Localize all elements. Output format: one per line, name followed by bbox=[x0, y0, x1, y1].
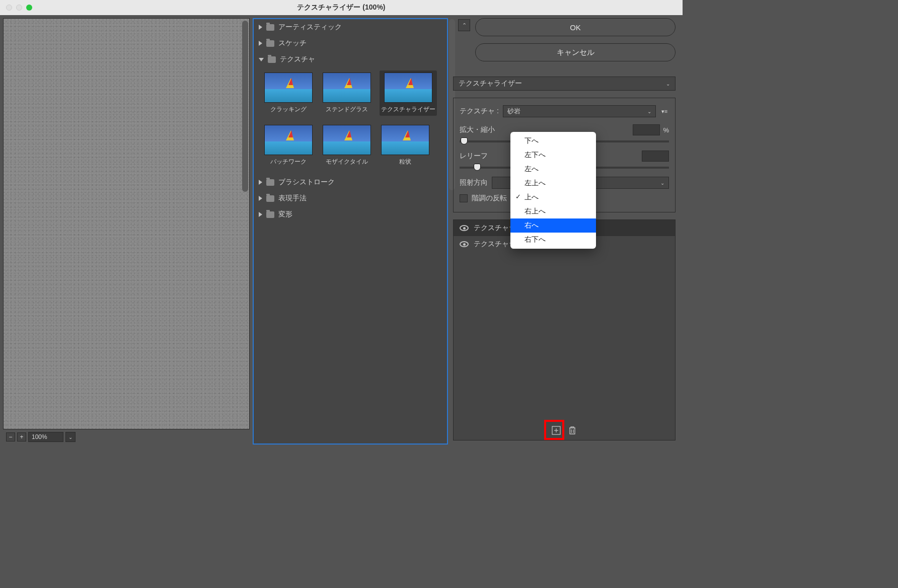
category-label: スケッチ bbox=[278, 39, 307, 48]
texture-label: テクスチャ : bbox=[460, 107, 499, 116]
relief-label: レリーフ bbox=[460, 152, 488, 161]
thumb-image bbox=[381, 125, 429, 155]
traffic-lights bbox=[6, 5, 32, 11]
new-effect-layer-button[interactable] bbox=[551, 425, 562, 436]
zoom-in-button[interactable]: + bbox=[17, 432, 26, 442]
slider-thumb[interactable] bbox=[474, 164, 481, 171]
preview-texture bbox=[4, 19, 249, 429]
effect-layers-panel: テクスチャライザー テクスチャライザー bbox=[453, 219, 676, 440]
slider-thumb[interactable] bbox=[461, 137, 468, 144]
folder-icon bbox=[266, 179, 274, 186]
filter-dropdown-label: テクスチャライザー bbox=[459, 79, 522, 88]
ok-button[interactable]: OK bbox=[475, 18, 676, 36]
plus-icon bbox=[552, 426, 561, 435]
top-buttons: ⌃ OK キャンセル bbox=[453, 18, 676, 61]
preview-area[interactable] bbox=[3, 18, 250, 429]
scale-input[interactable] bbox=[633, 124, 660, 135]
delete-effect-layer-button[interactable] bbox=[567, 425, 578, 436]
chevron-double-up-icon: ⌃ bbox=[462, 22, 467, 29]
menu-item-upper-right[interactable]: 右上へ bbox=[510, 204, 596, 218]
menu-item-down[interactable]: 下へ bbox=[510, 134, 596, 148]
maximize-window-button[interactable] bbox=[26, 5, 32, 11]
filter-gallery-window: テクスチャライザー (100%) − + 100% ⌄ アーティスティック bbox=[0, 0, 683, 448]
filter-browser-panel: アーティスティック スケッチ テクスチャ クラッキング ステンドグラス bbox=[253, 18, 448, 445]
menu-item-lower-right[interactable]: 右下へ bbox=[510, 233, 596, 247]
thumb-mosaic-tiles[interactable]: モザイクタイル bbox=[321, 123, 372, 168]
disclosure-closed-icon bbox=[259, 196, 262, 201]
menu-item-right[interactable]: 右へ bbox=[510, 218, 596, 233]
controls-panel: ⌃ OK キャンセル テクスチャライザー ⌄ テクスチャ : 砂岩 ⌄ bbox=[451, 18, 680, 445]
category-sketch[interactable]: スケッチ bbox=[254, 35, 447, 51]
menu-item-up[interactable]: 上へ bbox=[510, 190, 596, 204]
zoom-dropdown-button[interactable]: ⌄ bbox=[65, 432, 76, 442]
preview-panel: − + 100% ⌄ bbox=[3, 18, 250, 445]
folder-icon bbox=[266, 211, 274, 218]
thumb-image bbox=[323, 125, 371, 155]
trash-icon bbox=[568, 426, 576, 435]
visibility-icon[interactable] bbox=[460, 225, 469, 231]
category-distort[interactable]: 変形 bbox=[254, 206, 447, 223]
close-window-button[interactable] bbox=[6, 5, 12, 11]
scale-label: 拡大・縮小 bbox=[460, 125, 495, 134]
thumb-texturizer[interactable]: テクスチャライザー bbox=[380, 70, 437, 116]
content-area: − + 100% ⌄ アーティスティック スケッチ テクスチャ bbox=[0, 15, 683, 448]
collapse-browser-button[interactable]: ⌃ bbox=[458, 19, 470, 31]
thumb-patchwork[interactable]: パッチワーク bbox=[263, 123, 314, 168]
invert-checkbox[interactable] bbox=[460, 194, 468, 202]
zoom-out-button[interactable]: − bbox=[6, 432, 15, 442]
texture-flyout-button[interactable]: ▾≡ bbox=[660, 107, 669, 116]
thumb-grain[interactable]: 粒状 bbox=[380, 123, 431, 168]
cancel-button[interactable]: キャンセル bbox=[475, 43, 676, 61]
disclosure-closed-icon bbox=[259, 41, 262, 46]
thumb-label: パッチワーク bbox=[270, 158, 307, 166]
category-label: テクスチャ bbox=[280, 55, 315, 64]
menu-item-upper-left[interactable]: 左上へ bbox=[510, 176, 596, 190]
category-texture[interactable]: テクスチャ bbox=[254, 51, 447, 67]
category-brush-strokes[interactable]: ブラシストローク bbox=[254, 174, 447, 190]
invert-label: 階調の反転 bbox=[472, 194, 507, 203]
zoom-value[interactable]: 100% bbox=[28, 432, 63, 442]
category-label: 表現手法 bbox=[278, 194, 307, 203]
minimize-window-button[interactable] bbox=[16, 5, 22, 11]
category-label: 変形 bbox=[278, 210, 292, 219]
thumb-image bbox=[264, 125, 313, 155]
visibility-icon[interactable] bbox=[460, 241, 469, 247]
category-stylize[interactable]: 表現手法 bbox=[254, 190, 447, 206]
preview-scrollbar[interactable] bbox=[242, 21, 248, 192]
texture-param-row: テクスチャ : 砂岩 ⌄ ▾≡ bbox=[460, 105, 669, 117]
thumb-craquelure[interactable]: クラッキング bbox=[263, 70, 314, 116]
relief-input[interactable] bbox=[642, 151, 669, 162]
thumb-image bbox=[384, 72, 432, 103]
light-direction-menu: 下へ 左下へ 左へ 左上へ 上へ 右上へ 右へ 右下へ bbox=[510, 132, 596, 249]
chevron-down-icon: ⌄ bbox=[660, 180, 664, 186]
menu-item-left[interactable]: 左へ bbox=[510, 162, 596, 176]
disclosure-closed-icon bbox=[259, 212, 262, 217]
thumb-image bbox=[264, 72, 313, 103]
thumb-label: モザイクタイル bbox=[326, 158, 368, 166]
menu-item-lower-left[interactable]: 左下へ bbox=[510, 148, 596, 162]
thumb-stained-glass[interactable]: ステンドグラス bbox=[321, 70, 372, 116]
button-stack: OK キャンセル bbox=[475, 18, 676, 61]
disclosure-closed-icon bbox=[259, 25, 262, 30]
filter-dropdown[interactable]: テクスチャライザー ⌄ bbox=[453, 77, 676, 91]
category-label: ブラシストローク bbox=[278, 178, 335, 187]
thumb-label: 粒状 bbox=[399, 158, 411, 166]
category-label: アーティスティック bbox=[278, 23, 342, 32]
light-label: 照射方向 bbox=[460, 178, 488, 187]
layers-footer bbox=[454, 421, 675, 440]
folder-icon bbox=[266, 24, 274, 31]
category-artistic[interactable]: アーティスティック bbox=[254, 19, 447, 35]
scale-unit: % bbox=[663, 126, 669, 134]
folder-icon bbox=[268, 56, 276, 63]
thumb-label: ステンドグラス bbox=[326, 105, 368, 114]
folder-icon bbox=[266, 40, 274, 47]
thumb-image bbox=[323, 72, 371, 103]
texture-thumbnails: クラッキング ステンドグラス テクスチャライザー パッチワーク モザイクタイル bbox=[254, 67, 447, 174]
titlebar: テクスチャライザー (100%) bbox=[0, 0, 683, 15]
chevron-down-icon: ⌄ bbox=[647, 109, 651, 114]
texture-dropdown[interactable]: 砂岩 ⌄ bbox=[503, 105, 656, 117]
disclosure-closed-icon bbox=[259, 180, 262, 185]
window-title: テクスチャライザー (100%) bbox=[297, 3, 385, 12]
chevron-down-icon: ⌄ bbox=[666, 81, 670, 87]
preview-footer: − + 100% ⌄ bbox=[3, 429, 250, 445]
